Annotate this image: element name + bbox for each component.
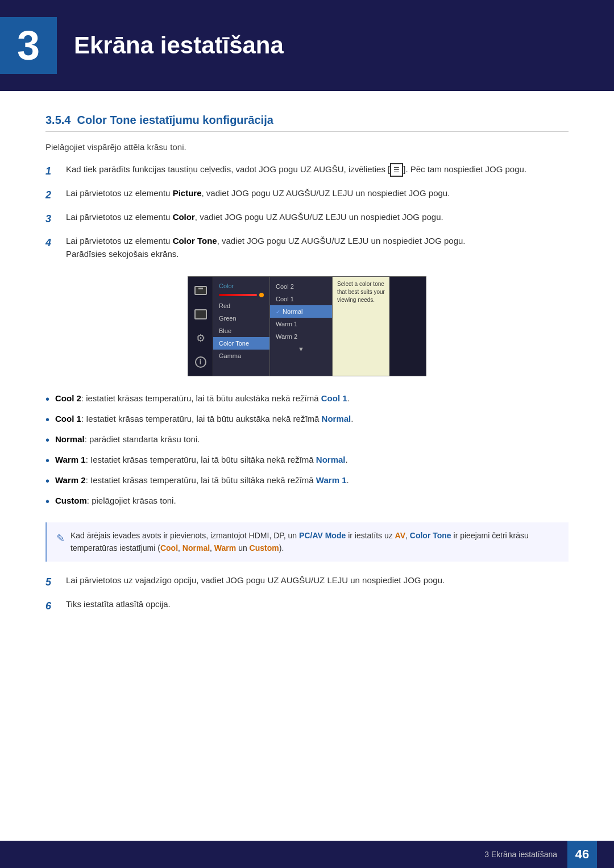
bullet-warm1: • Warm 1: Iestatiet krāsas temperatūru, … <box>45 454 569 469</box>
submenu-down-arrow: ▼ <box>270 343 332 355</box>
note-text: Kad ārējais ievades avots ir pievienots,… <box>70 529 559 555</box>
intro-text: Pielāgojiet vispārējo attēla krāsu toni. <box>45 142 569 152</box>
submenu-cool1[interactable]: Cool 1 <box>270 293 332 305</box>
bullet-dot: • <box>45 431 49 448</box>
step-3: 3 Lai pārvietotos uz elementu Color, vad… <box>45 211 569 227</box>
step-text-4: Lai pārvietotos uz elementu Color Tone, … <box>66 235 569 260</box>
chapter-number-box: 3 <box>0 17 57 74</box>
page-title: Ekrāna iestatīšana <box>74 32 284 59</box>
info-icon: i <box>193 354 209 370</box>
step-number-2: 2 <box>45 187 66 203</box>
footer-page-number: 46 <box>567 841 597 868</box>
bullet-dot: • <box>45 452 49 469</box>
step-number-6: 6 <box>45 598 66 614</box>
bullet-dot: • <box>45 391 49 408</box>
note-icon: ✎ <box>56 530 65 547</box>
step-text-1: Kad tiek parādīts funkcijas taustiņu ceļ… <box>66 163 569 179</box>
step-4: 4 Lai pārvietotos uz elementu Color Tone… <box>45 235 569 260</box>
menu-item-green[interactable]: Green <box>213 312 269 325</box>
bar-dot <box>259 293 264 297</box>
diagram-tooltip: Select a color tone that best suits your… <box>333 277 389 376</box>
chapter-number: 3 <box>17 25 40 66</box>
bullet-normal-text: Normal: parādiet standarta krāsu toni. <box>55 433 200 446</box>
step-text-3: Lai pārvietotos uz elementu Color, vadie… <box>66 211 569 227</box>
bullet-dot: • <box>45 411 49 428</box>
submenu-normal[interactable]: Normal <box>270 305 332 318</box>
note-box: ✎ Kad ārējais ievades avots ir pievienot… <box>45 522 569 562</box>
step-number-4: 4 <box>45 235 66 260</box>
submenu-cool2[interactable]: Cool 2 <box>270 280 332 293</box>
red-bar <box>219 294 257 296</box>
content-area: 3.5.4 Color Tone iestatījumu konfigurāci… <box>0 91 614 667</box>
step-6: 6 Tiks iestatīta atlasītā opcija. <box>45 598 569 614</box>
menu-item-colortone[interactable]: Color Tone <box>213 337 269 350</box>
red-bar-row <box>213 290 269 300</box>
submenu-warm1[interactable]: Warm 1 <box>270 318 332 330</box>
bullet-cool1: • Cool 1: Iestatiet krāsas temperatūru, … <box>45 413 569 428</box>
step-2: 2 Lai pārvietotos uz elementu Picture, v… <box>45 187 569 203</box>
step-text-2: Lai pārvietotos uz elementu Picture, vad… <box>66 187 569 203</box>
bullet-list: • Cool 2: iestatiet krāsas temperatūru, … <box>45 392 569 510</box>
step-number-3: 3 <box>45 211 66 227</box>
bullet-warm1-text: Warm 1: Iestatiet krāsas temperatūru, la… <box>55 454 348 467</box>
step-number-5: 5 <box>45 574 66 590</box>
bullet-dot: • <box>45 472 49 489</box>
picture-icon <box>193 306 209 322</box>
menu-item-blue[interactable]: Blue <box>213 325 269 337</box>
monitor-icon <box>193 283 209 298</box>
submenu-warm2[interactable]: Warm 2 <box>270 330 332 343</box>
step-number-1: 1 <box>45 163 66 179</box>
bullet-custom-text: Custom: pielāgojiet krāsas toni. <box>55 495 176 508</box>
bullet-warm2-text: Warm 2: Iestatiet krāsas temperatūru, la… <box>55 474 349 487</box>
menu-item-red[interactable]: Red <box>213 300 269 312</box>
bullet-warm2: • Warm 2: Iestatiet krāsas temperatūru, … <box>45 474 569 489</box>
diagram-wrapper: ⚙ i Color Red Green Blue Color Tone Gamm… <box>45 276 569 376</box>
section-title: Color Tone iestatījumu konfigurācija <box>77 114 273 126</box>
step-5: 5 Lai pārvietotos uz vajadzīgo opciju, v… <box>45 574 569 590</box>
diagram-menu: Color Red Green Blue Color Tone Gamma <box>213 277 270 376</box>
bullet-dot: • <box>45 493 49 510</box>
section-number: 3.5.4 <box>45 114 70 126</box>
step-text-5: Lai pārvietotos uz vajadzīgo opciju, vad… <box>66 574 569 590</box>
menu-item-gamma[interactable]: Gamma <box>213 350 269 362</box>
footer-chapter-ref: 3 Ekrāna iestatīšana <box>484 850 557 859</box>
bullet-cool2: • Cool 2: iestatiet krāsas temperatūru, … <box>45 392 569 408</box>
gear-icon: ⚙ <box>193 330 209 346</box>
diagram-submenu: Cool 2 Cool 1 Normal Warm 1 Warm 2 ▼ <box>270 277 333 376</box>
bullet-normal: • Normal: parādiet standarta krāsu toni. <box>45 433 569 448</box>
section-heading: 3.5.4 Color Tone iestatījumu konfigurāci… <box>45 114 569 132</box>
step-text-6: Tiks iestatīta atlasītā opcija. <box>66 598 569 614</box>
bullet-cool1-text: Cool 1: Iestatiet krāsas temperatūru, la… <box>55 413 353 426</box>
diagram-sidebar: ⚙ i <box>188 277 213 376</box>
bullet-custom: • Custom: pielāgojiet krāsas toni. <box>45 495 569 510</box>
page-footer: 3 Ekrāna iestatīšana 46 <box>0 841 614 868</box>
menu-label: Color <box>213 280 269 290</box>
page-header: 3 Ekrāna iestatīšana <box>0 0 614 91</box>
steps-list: 1 Kad tiek parādīts funkcijas taustiņu c… <box>45 163 569 260</box>
bullet-cool2-text: Cool 2: iestatiet krāsas temperatūru, la… <box>55 392 350 405</box>
diagram: ⚙ i Color Red Green Blue Color Tone Gamm… <box>188 276 426 376</box>
step-1: 1 Kad tiek parādīts funkcijas taustiņu c… <box>45 163 569 179</box>
